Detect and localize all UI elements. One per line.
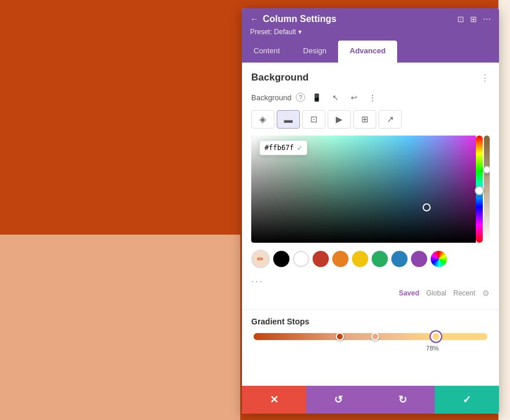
more-options-icon[interactable]: ⋯	[483, 14, 491, 24]
gradient-stops-section: Gradient Stops 78%	[242, 310, 499, 361]
more-swatches-dots[interactable]: ...	[251, 273, 263, 285]
preset-caret-icon: ▾	[298, 28, 302, 36]
panel-header-icons: ⊡ ⊞ ⋯	[457, 14, 491, 24]
panel-header: ← Column Settings ⊡ ⊞ ⋯ Preset: Default …	[242, 8, 499, 41]
bg-controls-row: Background ? 📱 ↖ ↩ ⋮	[251, 90, 490, 104]
redo-button[interactable]: ↻	[370, 386, 435, 414]
help-icon[interactable]: ?	[296, 93, 305, 102]
swatch-tabs: Saved Global Recent ⚙	[251, 288, 490, 298]
picker-crosshair[interactable]	[423, 203, 431, 211]
confirm-button[interactable]: ✓	[435, 386, 499, 414]
hex-confirm-icon[interactable]: ✓	[298, 143, 302, 152]
type-selector: ◈ ▬ ⊡ ▶ ⊞ ↗	[251, 110, 490, 129]
swatch-multicolor[interactable]	[431, 251, 447, 267]
type-color-btn[interactable]: ▬	[277, 110, 300, 129]
swatch-settings-icon[interactable]: ⚙	[482, 288, 490, 298]
swatch-tab-recent[interactable]: Recent	[453, 289, 475, 297]
custom-color-swatch[interactable]: ✏	[251, 250, 270, 268]
panel-body: Background ⋮ Background ? 📱 ↖ ↩ ⋮ ◈ ▬	[242, 63, 499, 385]
preset-row[interactable]: Preset: Default ▾	[250, 28, 491, 36]
type-image-btn[interactable]: ⊡	[302, 110, 325, 129]
tab-design[interactable]: Design	[292, 41, 338, 63]
resize-icon-1[interactable]: ⊡	[457, 14, 464, 24]
bg-bottom-section	[0, 235, 240, 420]
type-video-btn[interactable]: ▶	[328, 110, 351, 129]
panel-title: Column Settings	[263, 14, 336, 24]
section-menu-icon[interactable]: ⋮	[480, 72, 490, 83]
hex-value[interactable]: #ffb67f	[265, 144, 294, 152]
tab-advanced[interactable]: Advanced	[338, 41, 397, 63]
swatch-white[interactable]	[293, 251, 309, 267]
more-bg-icon[interactable]: ⋮	[365, 90, 379, 104]
swatch-black[interactable]	[273, 251, 289, 267]
swatch-orange[interactable]	[332, 251, 348, 267]
saturation-value-area[interactable]: #ffb67f ✓	[251, 136, 476, 243]
section-title-row: Background ⋮	[251, 72, 490, 83]
gradient-stop-2[interactable]	[371, 333, 379, 341]
background-section: Background ⋮ Background ? 📱 ↖ ↩ ⋮ ◈ ▬	[242, 63, 499, 310]
type-color-icon: ▬	[284, 115, 293, 125]
swatch-tab-saved[interactable]: Saved	[399, 289, 419, 297]
back-icon[interactable]: ←	[250, 14, 258, 24]
swatch-red[interactable]	[313, 251, 329, 267]
type-none-icon: ◈	[259, 114, 266, 125]
gradient-stop-1[interactable]	[336, 333, 344, 341]
gradient-stop-pct: 78%	[426, 345, 439, 352]
type-video-icon: ▶	[336, 114, 343, 125]
column-settings-panel: ← Column Settings ⊡ ⊞ ⋯ Preset: Default …	[242, 8, 499, 414]
gradient-track[interactable]: 78%	[254, 333, 487, 340]
hue-slider[interactable]	[476, 136, 483, 243]
section-title: Background	[251, 72, 309, 83]
swatch-green[interactable]	[372, 251, 388, 267]
type-mask-btn[interactable]: ↗	[379, 110, 402, 129]
color-picker-widget: #ffb67f ✓	[251, 136, 490, 243]
swatch-tab-global[interactable]: Global	[426, 289, 446, 297]
preset-label: Preset: Default	[250, 28, 296, 36]
opacity-slider[interactable]	[484, 136, 490, 243]
panel-title-row: ← Column Settings ⊡ ⊞ ⋯	[250, 14, 491, 24]
type-image-icon: ⊡	[310, 114, 318, 125]
cancel-button[interactable]: ✕	[242, 386, 306, 414]
mobile-icon[interactable]: 📱	[310, 90, 324, 104]
resize-icon-2[interactable]: ⊞	[470, 14, 477, 24]
panel-footer: ✕ ↺ ↻ ✓	[242, 385, 499, 414]
reset-button[interactable]: ↺	[306, 386, 370, 414]
opacity-thumb[interactable]	[483, 166, 490, 174]
gradient-stop-3[interactable]: 78%	[431, 331, 441, 342]
panel-title-left: ← Column Settings	[250, 14, 336, 24]
type-pattern-icon: ⊞	[361, 114, 369, 125]
redo-icon: ↻	[398, 393, 407, 406]
right-strip	[498, 0, 510, 420]
swatch-purple[interactable]	[411, 251, 427, 267]
cursor-icon[interactable]: ↖	[328, 90, 342, 104]
hex-tooltip: #ffb67f ✓	[259, 140, 307, 155]
hue-thumb[interactable]	[475, 186, 484, 195]
color-swatches: ✏	[251, 250, 490, 268]
cancel-icon: ✕	[270, 393, 278, 406]
confirm-icon: ✓	[463, 393, 471, 406]
undo-icon[interactable]: ↩	[347, 90, 361, 104]
reset-icon: ↺	[334, 393, 343, 406]
bg-top-section	[0, 0, 240, 235]
panel-tabs: Content Design Advanced	[242, 41, 499, 63]
swatch-yellow[interactable]	[352, 251, 368, 267]
swatch-blue[interactable]	[391, 251, 408, 267]
type-none-btn[interactable]: ◈	[251, 110, 274, 129]
pencil-icon: ✏	[257, 254, 264, 264]
bg-label: Background	[251, 93, 291, 102]
type-mask-icon: ↗	[387, 114, 394, 125]
type-pattern-btn[interactable]: ⊞	[353, 110, 376, 129]
more-swatches-row: ...	[251, 273, 490, 285]
tab-content[interactable]: Content	[242, 41, 292, 63]
gradient-stops-label: Gradient Stops	[251, 317, 490, 326]
